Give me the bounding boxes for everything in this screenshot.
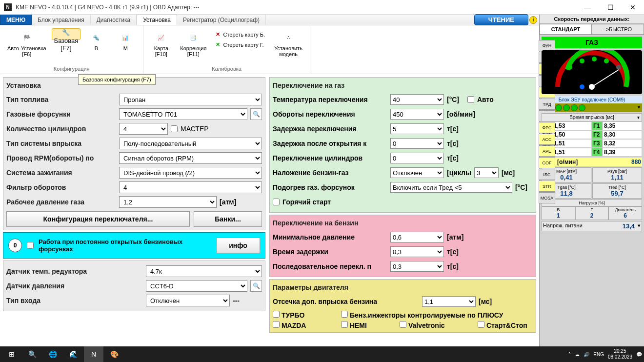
svg-point-0 (567, 65, 572, 70)
chk-hotstart[interactable] (273, 199, 280, 205)
chk-master[interactable] (171, 125, 178, 132)
start-button[interactable]: ⊞ (2, 346, 21, 362)
rt-tab-fast[interactable]: ->БЫСТРО (592, 24, 644, 35)
sel-overlap[interactable]: Отключен (390, 167, 444, 178)
minimize-btn[interactable]: — (577, 0, 599, 15)
sel-input-type[interactable]: Отключен (146, 295, 230, 306)
sel-pressure[interactable]: 1,2 (119, 196, 217, 208)
info-icon[interactable]: i (529, 16, 537, 24)
chk-hemi[interactable] (341, 321, 348, 328)
chk-plus[interactable] (341, 311, 348, 318)
cyan-panel: 0 Работа при постоянно открытых бензинов… (3, 232, 265, 259)
window-title: KME NEVO - 4.0.10.4 | G4 NEVO - 4.0K r1 … (16, 4, 200, 11)
sel-overlap-ms[interactable]: 3 (474, 167, 499, 178)
tab-recorder[interactable]: Регистратор (Осциллограф) (177, 15, 266, 25)
sel-injtype[interactable]: Полу-последовательный (119, 138, 262, 149)
tab-control-unit[interactable]: Блок управления (32, 15, 91, 25)
rib-b[interactable]: 🔩 В (82, 28, 110, 60)
chk-startstop[interactable] (478, 321, 484, 328)
erase-map-g[interactable]: ✕Стереть карту Г. (214, 40, 267, 49)
rib-auto-install[interactable]: 🏁 Авто-Установка [F6] (4, 28, 50, 60)
tray-lang[interactable]: ENG (593, 352, 604, 357)
menu-button[interactable]: МЕНЮ (0, 15, 32, 25)
tb-paint-icon[interactable]: 🎨 (104, 346, 124, 362)
tab-diagnostics[interactable]: Диагностика (91, 15, 137, 25)
sel-open-delay[interactable]: 0 (390, 138, 444, 149)
chk-valve[interactable] (400, 321, 406, 328)
ecu-status: Блок ЭБУ подключен (COM9) (542, 96, 642, 103)
taskbar: ⊞ 🔍 🌐 🌊 N 🎨 ˄ ☁ 🔊 ENG 20:25 08.02.2023 💬 (0, 346, 644, 362)
sel-cylinders[interactable]: 4 (119, 123, 168, 135)
svg-point-2 (592, 57, 597, 61)
sel-minpress[interactable]: 0,6 (390, 232, 444, 242)
read-button[interactable]: ЧТЕНИЕ (474, 14, 528, 25)
sel-fuel[interactable]: Пропан (119, 94, 262, 105)
sel-ignition[interactable]: DIS-двойной провод (/2) (119, 167, 262, 179)
tool-icon: 🔩 (88, 31, 104, 44)
svg-point-4 (616, 65, 621, 70)
chk-auto[interactable] (467, 96, 474, 103)
sel-press-sensor[interactable]: CCT6-D (146, 280, 247, 292)
rt-tab-std[interactable]: СТАНДАРТ (540, 24, 592, 35)
btn-info[interactable]: инфо (216, 238, 260, 253)
led-icon (555, 104, 562, 111)
sel-sw-temp[interactable]: 40 (390, 94, 444, 105)
rib-basic[interactable]: 🔧 Базовая [F7] (52, 28, 81, 40)
load-cols: Б1 Г2 Двигатель6 (542, 206, 642, 220)
level-gauge (542, 50, 642, 94)
sel-cyl-switch[interactable]: 0 (390, 153, 444, 163)
sel-heat[interactable]: Включить если Тред <5 (390, 182, 512, 193)
close-btn[interactable]: ✕ (622, 0, 644, 15)
sel-seq-switch[interactable]: 0,3 (390, 261, 444, 272)
st-mosa[interactable]: MOSA (539, 192, 555, 203)
rib-map[interactable]: 📈 Карта [F10] (147, 28, 175, 60)
st-fun[interactable]: ФУН (539, 40, 555, 51)
st-acc[interactable]: ACC (539, 134, 555, 145)
chk-const-open[interactable] (27, 242, 34, 249)
st-ape[interactable]: APE (539, 145, 555, 157)
tray-vol-icon[interactable]: 🔊 (584, 352, 589, 357)
petrol-hdr: Переключение на бензин (273, 218, 533, 230)
sel-petrol-delay[interactable]: 0,3 (390, 246, 444, 257)
tb-nevo-icon[interactable]: N (84, 346, 103, 362)
titlebar: N KME NEVO - 4.0.10.4 | G4 NEVO - 4.0K r… (0, 0, 644, 15)
sel-temp-sensor[interactable]: 4.7к (146, 265, 262, 277)
tb-edge-icon[interactable]: 🌊 (63, 346, 83, 362)
metric-tred: Tred [°C]59,7 (592, 183, 642, 199)
st-cof[interactable]: COF (539, 157, 555, 168)
sel-sw-rpm[interactable]: 450 (390, 109, 444, 120)
rib-m[interactable]: 📊 М (112, 28, 139, 60)
tray-notif-icon[interactable]: 💬 (636, 352, 642, 357)
search-injector-icon[interactable]: 🔍 (250, 108, 262, 120)
st-isc[interactable]: ISC (539, 169, 555, 180)
btn-banks[interactable]: Банки... (194, 211, 262, 227)
st-trd[interactable]: ТРД (539, 99, 555, 110)
erase-map-b[interactable]: ✕Стереть карту Б. (214, 30, 267, 39)
tab-install[interactable]: Установка (137, 15, 177, 25)
sel-sw-delay[interactable]: 5 (390, 123, 444, 134)
chk-mazda[interactable] (273, 321, 280, 328)
tb-search-icon[interactable]: 🔍 (22, 346, 42, 362)
sel-filter[interactable]: 4 (119, 181, 262, 193)
tray-cloud-icon[interactable]: ☁ (575, 352, 580, 357)
sel-cutoff[interactable]: 1,1 (422, 296, 476, 307)
search-press-icon[interactable]: 🔍 (250, 280, 262, 292)
led-row: ▾ (542, 103, 642, 112)
rib-corr[interactable]: 📑 Коррекция [F11] (177, 28, 210, 60)
ribbon-g2-label: Калибровка (212, 66, 242, 72)
led-icon (563, 104, 570, 111)
tb-chrome-icon[interactable]: 🌐 (43, 346, 62, 362)
btn-switch-cfg[interactable]: Конфигурация переключателя... (6, 211, 190, 227)
svg-point-1 (580, 59, 584, 63)
sensors-box: Датчик темп. редуктора4.7к Датчик давлен… (3, 261, 265, 311)
chk-turbo[interactable] (273, 311, 280, 318)
st-frs[interactable]: ФРС (539, 122, 555, 133)
tray-up-icon[interactable]: ˄ (568, 352, 571, 357)
maximize-btn[interactable]: ☐ (599, 0, 622, 15)
rib-setmodel[interactable]: ∴ Установить модель (271, 28, 306, 60)
voltage-row: Напряж. питани13,4▾ (542, 221, 642, 231)
tray-time: 20:25 (608, 348, 632, 354)
sel-injector[interactable]: TOMASETTO IT01 (119, 108, 247, 120)
st-str[interactable]: STR (539, 181, 555, 192)
sel-rpmwire[interactable]: Сигнал оборотов (RPM) (119, 152, 262, 164)
